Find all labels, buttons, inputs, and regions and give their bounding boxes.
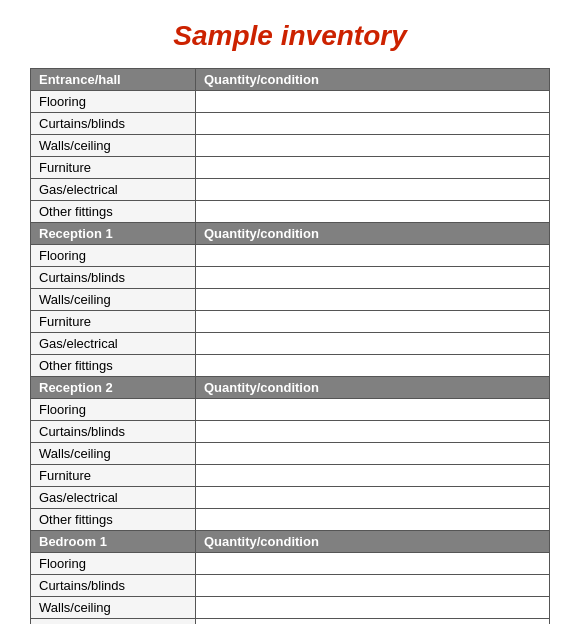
row-value[interactable] <box>196 487 550 509</box>
section-label-0: Entrance/hall <box>31 69 196 91</box>
section-header-1: Reception 1Quantity/condition <box>31 223 550 245</box>
row-value[interactable] <box>196 399 550 421</box>
row-label: Furniture <box>31 311 196 333</box>
row-label: Flooring <box>31 553 196 575</box>
row-value[interactable] <box>196 421 550 443</box>
table-row: Curtains/blinds <box>31 575 550 597</box>
row-label: Other fittings <box>31 355 196 377</box>
row-value[interactable] <box>196 619 550 625</box>
row-value[interactable] <box>196 91 550 113</box>
table-row: Walls/ceiling <box>31 597 550 619</box>
section-col2-0: Quantity/condition <box>196 69 550 91</box>
table-row: Curtains/blinds <box>31 113 550 135</box>
row-value[interactable] <box>196 575 550 597</box>
row-label: Gas/electrical <box>31 487 196 509</box>
table-row: Furniture <box>31 311 550 333</box>
row-value[interactable] <box>196 355 550 377</box>
row-value[interactable] <box>196 553 550 575</box>
section-label-1: Reception 1 <box>31 223 196 245</box>
table-row: Other fittings <box>31 355 550 377</box>
table-row: Beds <box>31 619 550 625</box>
row-value[interactable] <box>196 443 550 465</box>
table-row: Walls/ceiling <box>31 135 550 157</box>
table-row: Walls/ceiling <box>31 289 550 311</box>
table-row: Other fittings <box>31 509 550 531</box>
row-label: Furniture <box>31 157 196 179</box>
row-label: Curtains/blinds <box>31 575 196 597</box>
section-header-0: Entrance/hallQuantity/condition <box>31 69 550 91</box>
table-row: Walls/ceiling <box>31 443 550 465</box>
table-row: Furniture <box>31 157 550 179</box>
table-row: Flooring <box>31 399 550 421</box>
table-row: Furniture <box>31 465 550 487</box>
row-label: Flooring <box>31 399 196 421</box>
table-row: Flooring <box>31 245 550 267</box>
section-header-2: Reception 2Quantity/condition <box>31 377 550 399</box>
row-value[interactable] <box>196 509 550 531</box>
row-label: Curtains/blinds <box>31 421 196 443</box>
row-label: Flooring <box>31 245 196 267</box>
row-value[interactable] <box>196 135 550 157</box>
section-col2-2: Quantity/condition <box>196 377 550 399</box>
row-value[interactable] <box>196 333 550 355</box>
row-label: Curtains/blinds <box>31 267 196 289</box>
row-label: Gas/electrical <box>31 179 196 201</box>
row-value[interactable] <box>196 267 550 289</box>
row-label: Flooring <box>31 91 196 113</box>
row-label: Beds <box>31 619 196 625</box>
row-value[interactable] <box>196 311 550 333</box>
table-row: Curtains/blinds <box>31 267 550 289</box>
section-label-2: Reception 2 <box>31 377 196 399</box>
table-row: Gas/electrical <box>31 179 550 201</box>
row-label: Furniture <box>31 465 196 487</box>
row-value[interactable] <box>196 201 550 223</box>
table-row: Flooring <box>31 553 550 575</box>
row-value[interactable] <box>196 179 550 201</box>
row-label: Walls/ceiling <box>31 443 196 465</box>
inventory-table: Entrance/hallQuantity/conditionFlooringC… <box>30 68 550 624</box>
row-value[interactable] <box>196 597 550 619</box>
table-row: Curtains/blinds <box>31 421 550 443</box>
table-row: Gas/electrical <box>31 487 550 509</box>
row-value[interactable] <box>196 465 550 487</box>
row-label: Walls/ceiling <box>31 289 196 311</box>
table-row: Other fittings <box>31 201 550 223</box>
section-header-3: Bedroom 1Quantity/condition <box>31 531 550 553</box>
table-row: Gas/electrical <box>31 333 550 355</box>
row-label: Curtains/blinds <box>31 113 196 135</box>
row-label: Gas/electrical <box>31 333 196 355</box>
section-label-3: Bedroom 1 <box>31 531 196 553</box>
table-row: Flooring <box>31 91 550 113</box>
section-col2-1: Quantity/condition <box>196 223 550 245</box>
row-label: Other fittings <box>31 509 196 531</box>
row-value[interactable] <box>196 113 550 135</box>
section-col2-3: Quantity/condition <box>196 531 550 553</box>
row-value[interactable] <box>196 157 550 179</box>
page-title: Sample inventory <box>173 20 406 52</box>
row-value[interactable] <box>196 245 550 267</box>
row-label: Walls/ceiling <box>31 597 196 619</box>
row-label: Other fittings <box>31 201 196 223</box>
row-label: Walls/ceiling <box>31 135 196 157</box>
row-value[interactable] <box>196 289 550 311</box>
